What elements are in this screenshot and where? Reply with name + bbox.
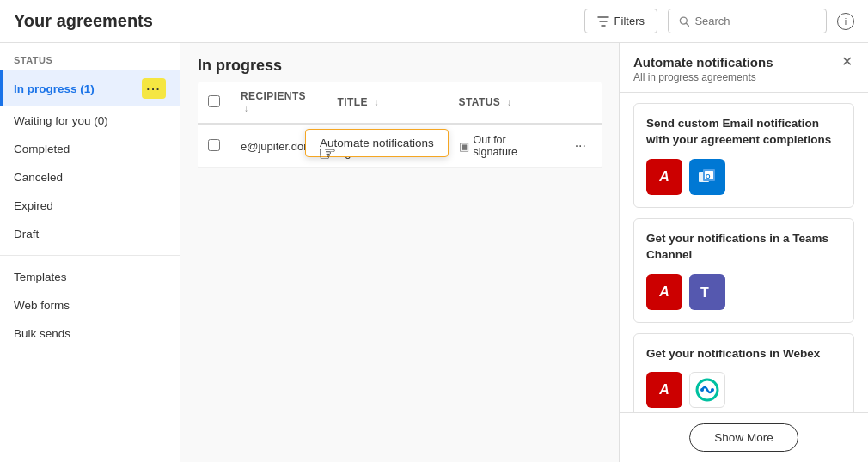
sidebar-item-in-progress[interactable]: In progress (1) ··· <box>0 70 180 106</box>
webex-notification-card: Get your notifications in Webex A <box>633 333 854 412</box>
sidebar-item-canceled-label: Canceled <box>14 171 166 184</box>
sidebar-item-templates-label: Templates <box>14 271 166 283</box>
outlook-logo: O <box>696 166 718 188</box>
svg-text:T: T <box>700 285 709 300</box>
show-more-button[interactable]: Show More <box>689 423 798 452</box>
sidebar-item-expired[interactable]: Expired <box>0 191 180 220</box>
sidebar-item-bulk-sends-label: Bulk sends <box>14 327 166 340</box>
recipients-sort-icon: ↓ <box>244 104 248 113</box>
row-checkbox-cell[interactable] <box>198 124 230 168</box>
status-badge: ▣ Out for signature <box>459 134 549 158</box>
sidebar-item-completed-label: Completed <box>14 143 166 155</box>
right-panel-header: Automate notifications All in progress a… <box>620 43 868 93</box>
title-sort-icon: ↓ <box>375 98 379 107</box>
sidebar-item-templates[interactable]: Templates <box>0 263 180 291</box>
sidebar: STATUS In progress (1) ··· Waiting for y… <box>0 43 180 462</box>
sidebar-item-web-forms[interactable]: Web forms <box>0 291 180 319</box>
search-box <box>668 9 827 33</box>
sidebar-item-bulk-sends[interactable]: Bulk sends <box>0 319 180 348</box>
content-header: In progress <box>180 43 619 82</box>
right-panel-body: Send custom Email notification with your… <box>620 93 868 412</box>
status-sort-icon: ↓ <box>507 98 511 107</box>
right-panel-footer: Show More <box>620 412 868 462</box>
teams-icon[interactable]: T <box>689 274 725 310</box>
outlook-icon[interactable]: O <box>689 159 725 195</box>
sidebar-item-in-progress-label: In progress (1) <box>14 82 142 95</box>
select-all-checkbox[interactable] <box>208 95 220 107</box>
adobe-logo: A <box>659 169 669 185</box>
filters-button[interactable]: Filters <box>584 9 657 33</box>
adobe-icon-webex[interactable]: A <box>646 372 682 408</box>
row-status: ▣ Out for signature <box>449 124 559 168</box>
webex-card-icons: A <box>646 372 841 408</box>
adobe-logo-teams: A <box>659 284 669 300</box>
email-notification-card: Send custom Email notification with your… <box>633 103 854 208</box>
sidebar-item-completed[interactable]: Completed <box>0 135 180 163</box>
adobe-icon-email[interactable]: A <box>646 159 682 195</box>
main-layout: STATUS In progress (1) ··· Waiting for y… <box>0 43 868 462</box>
status-text: Out for signature <box>474 134 549 158</box>
page-title: Your agreements <box>14 11 574 31</box>
teams-logo: T <box>696 281 718 303</box>
teams-notification-card: Get your notifications in a Teams Channe… <box>633 218 854 323</box>
webex-logo <box>694 376 721 404</box>
table-header-row: RECIPIENTS ↓ TITLE ↓ STATUS ↓ <box>198 82 602 124</box>
table-col-status: STATUS ↓ <box>449 82 559 124</box>
webex-icon[interactable] <box>689 372 725 408</box>
webex-card-title: Get your notifications in Webex <box>646 346 841 362</box>
email-card-title: Send custom Email notification with your… <box>646 116 841 149</box>
tooltip-label: Automate notifications <box>320 137 434 149</box>
sidebar-section-label: STATUS <box>0 43 180 70</box>
sidebar-item-waiting-for-you[interactable]: Waiting for you (0) <box>0 106 180 135</box>
right-panel-title: Automate notifications <box>633 55 773 70</box>
table-col-title: TITLE ↓ <box>327 82 449 124</box>
right-panel-close-button[interactable]: ✕ <box>840 55 854 69</box>
right-panel-subtitle: All in progress agreements <box>633 71 773 83</box>
email-card-icons: A O <box>646 159 841 195</box>
content-area: In progress RECIPIENTS ↓ TITLE ↓ <box>180 43 619 462</box>
sidebar-divider <box>0 255 180 256</box>
sidebar-item-draft-label: Draft <box>14 228 166 240</box>
automate-notifications-tooltip[interactable]: Automate notifications <box>305 129 449 157</box>
teams-card-title: Get your notifications in a Teams Channe… <box>646 231 841 264</box>
right-panel: Automate notifications All in progress a… <box>619 43 868 462</box>
sidebar-item-draft[interactable]: Draft <box>0 220 180 248</box>
status-icon: ▣ <box>459 140 469 153</box>
right-panel-title-group: Automate notifications All in progress a… <box>633 55 773 83</box>
table-col-checkbox <box>198 82 230 124</box>
adobe-logo-webex: A <box>659 382 669 398</box>
in-progress-more-button[interactable]: ··· <box>142 78 166 99</box>
info-icon[interactable]: i <box>837 13 854 30</box>
search-input[interactable] <box>694 15 816 27</box>
sidebar-item-expired-label: Expired <box>14 199 166 212</box>
svg-point-8 <box>711 388 714 392</box>
filters-label: Filters <box>614 15 645 27</box>
table-col-recipients: RECIPIENTS ↓ <box>230 82 327 124</box>
row-checkbox[interactable] <box>208 139 220 151</box>
sidebar-item-canceled[interactable]: Canceled <box>0 163 180 191</box>
top-header: Your agreements Filters i <box>0 0 868 43</box>
search-icon <box>679 15 689 27</box>
svg-point-7 <box>700 388 704 392</box>
row-more-cell: ··· <box>559 124 602 168</box>
filter-icon <box>597 15 609 27</box>
sidebar-item-web-forms-label: Web forms <box>14 299 166 312</box>
adobe-icon-teams[interactable]: A <box>646 274 682 310</box>
row-more-button[interactable]: ··· <box>570 137 591 155</box>
table-col-actions <box>559 82 602 124</box>
sidebar-item-waiting-label: Waiting for you (0) <box>14 114 166 127</box>
teams-card-icons: A T <box>646 274 841 310</box>
svg-text:O: O <box>706 173 711 179</box>
